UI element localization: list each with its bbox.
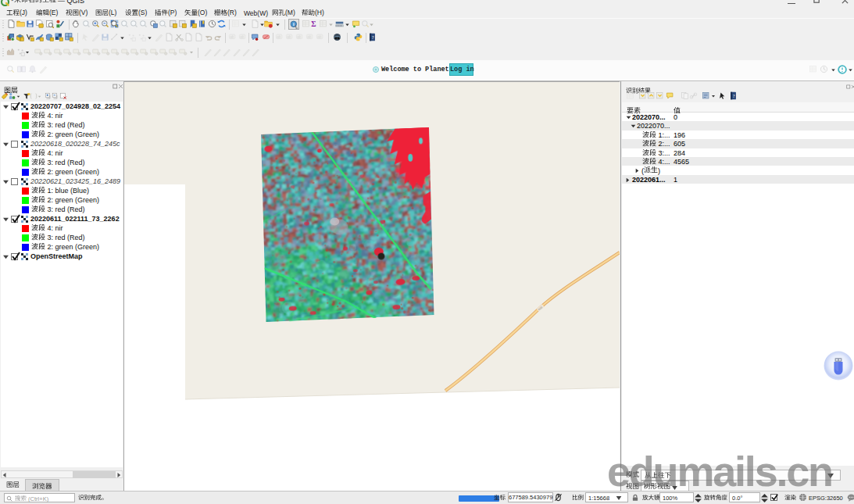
svg-text:ab: ab <box>240 35 245 39</box>
svg-text:ab: ab <box>317 35 322 39</box>
svg-text:ab: ab <box>307 35 312 39</box>
svg-text:ab: ab <box>287 35 291 39</box>
svg-text:i: i <box>292 20 294 26</box>
svg-text:Σ: Σ <box>311 20 316 28</box>
svg-text:?: ? <box>372 34 374 40</box>
svg-text:ab: ab <box>230 35 234 39</box>
svg-text:ab: ab <box>277 35 281 39</box>
svg-text:ab: ab <box>297 35 302 39</box>
svg-text:?: ? <box>733 93 735 98</box>
